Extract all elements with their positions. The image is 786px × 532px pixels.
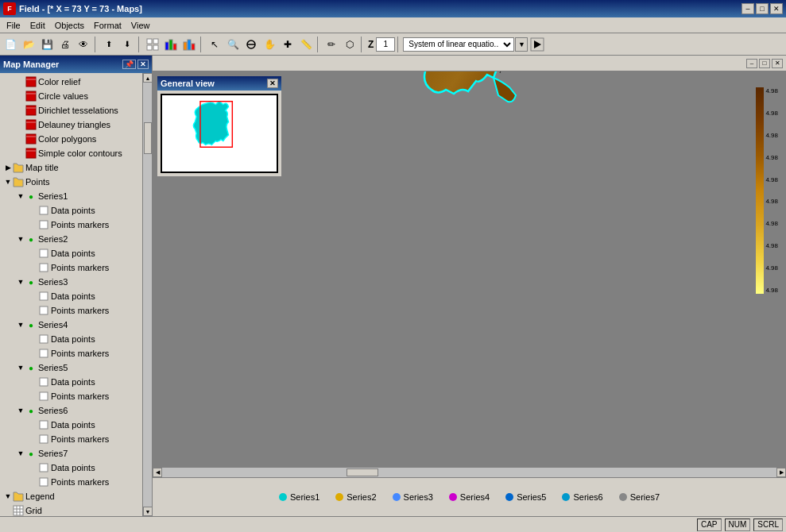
tree-item-4[interactable]: Color polygons <box>0 132 152 146</box>
expand-icon[interactable]: ▼ <box>16 449 25 458</box>
expand-icon[interactable]: ▼ <box>16 277 25 287</box>
item-label: Points markers <box>51 263 109 272</box>
tree-item-26[interactable]: ▼●Series7 <box>0 446 152 461</box>
sidebar-close-btn[interactable]: ✕ <box>137 60 149 69</box>
scroll-down-btn[interactable]: ▼ <box>143 507 153 516</box>
expand-icon[interactable]: ▼ <box>16 234 25 244</box>
tree-item-21[interactable]: Data points <box>0 375 152 389</box>
tree-item-10[interactable]: Points markers <box>0 218 152 232</box>
new-button[interactable]: 📄 <box>2 36 19 53</box>
scroll-right-btn[interactable]: ▶ <box>776 468 786 477</box>
tree-item-15[interactable]: Data points <box>0 289 152 303</box>
tree-item-18[interactable]: Data points <box>0 332 152 346</box>
import-button[interactable]: ⬆ <box>100 36 118 53</box>
chart1-button[interactable] <box>162 36 180 53</box>
expand-icon[interactable]: ▼ <box>16 406 25 415</box>
sidebar-pin-btn[interactable]: 📌 <box>122 60 136 69</box>
close-button[interactable]: ✕ <box>770 3 783 14</box>
node-button[interactable]: ⬡ <box>341 36 358 53</box>
expand-icon[interactable]: ▼ <box>16 320 25 330</box>
chart2-button[interactable] <box>180 36 198 53</box>
tree-item-14[interactable]: ▼●Series3 <box>0 275 152 289</box>
measure-button[interactable]: 📏 <box>297 36 315 53</box>
zoom-out-button[interactable] <box>242 36 260 53</box>
tree-item-23[interactable]: ▼●Series6 <box>0 403 152 418</box>
inner-restore[interactable]: □ <box>759 59 770 68</box>
tree-item-20[interactable]: ▼●Series5 <box>0 360 152 375</box>
export-button[interactable]: ⬇ <box>118 36 136 53</box>
tree-item-30[interactable]: Grid <box>0 503 152 516</box>
tree-item-17[interactable]: ▼●Series4 <box>0 318 152 332</box>
menu-view[interactable]: View <box>126 19 155 32</box>
item-type-icon <box>13 162 24 173</box>
inner-window-bar: – □ ✕ <box>153 56 786 71</box>
scroll-up-btn[interactable]: ▲ <box>143 73 153 83</box>
tree-item-22[interactable]: Points markers <box>0 389 152 403</box>
save-button[interactable]: 💾 <box>38 36 56 53</box>
expand-icon[interactable]: ▼ <box>3 492 13 501</box>
print-button[interactable]: 🖨 <box>56 36 74 53</box>
scroll-left-btn[interactable]: ◀ <box>153 468 162 477</box>
h-scroll-thumb[interactable] <box>347 468 378 476</box>
main-area: Map Manager 📌 ✕ Color reliefCircle value… <box>0 56 786 516</box>
v-scroll-thumb[interactable] <box>144 122 152 154</box>
legend-val-7: 4.98 <box>765 220 780 227</box>
tree-item-27[interactable]: Data points <box>0 461 152 475</box>
zoom-in-button[interactable]: 🔍 <box>224 36 242 53</box>
tree-item-11[interactable]: ▼●Series2 <box>0 232 152 246</box>
cross-button[interactable]: ✚ <box>279 36 296 53</box>
run-button[interactable] <box>529 36 546 53</box>
tree-item-16[interactable]: Points markers <box>0 303 152 318</box>
item-type-icon <box>38 219 49 230</box>
expand-icon[interactable]: ▼ <box>16 363 25 372</box>
legend-val-4: 4.98 <box>765 154 780 161</box>
menu-file[interactable]: File <box>2 19 25 32</box>
tree-item-5[interactable]: Simple color contours <box>0 146 152 160</box>
tree-item-25[interactable]: Points markers <box>0 432 152 446</box>
tree-item-13[interactable]: Points markers <box>0 260 152 275</box>
tree-item-3[interactable]: Delauney triangles <box>0 118 152 132</box>
tree-item-19[interactable]: Points markers <box>0 346 152 360</box>
item-type-icon <box>38 262 49 273</box>
inner-close[interactable]: ✕ <box>772 59 783 68</box>
svg-rect-39 <box>40 478 48 486</box>
tree-item-0[interactable]: Color relief <box>0 75 152 89</box>
expand-icon[interactable]: ▶ <box>3 163 13 172</box>
item-type-icon <box>38 305 49 316</box>
window-controls: – □ ✕ <box>741 3 783 14</box>
legend-val-10: 4.98 <box>765 287 780 294</box>
tree-item-9[interactable]: Data points <box>0 203 152 218</box>
expand-icon[interactable]: ▼ <box>3 177 13 187</box>
svg-rect-37 <box>40 435 48 443</box>
tree-item-2[interactable]: Dirichlet tesselations <box>0 103 152 118</box>
item-label: Points markers <box>51 434 109 444</box>
system-select[interactable]: System of linear equatio... <box>403 37 514 52</box>
tree-item-24[interactable]: Data points <box>0 418 152 432</box>
tree-item-28[interactable]: Points markers <box>0 475 152 489</box>
series4-dot <box>449 493 457 501</box>
grid-button[interactable] <box>144 36 161 53</box>
general-view-close[interactable]: ✕ <box>267 79 278 88</box>
maximize-button[interactable]: □ <box>756 3 769 14</box>
open-button[interactable]: 📂 <box>20 36 37 53</box>
svg-rect-40 <box>14 506 23 515</box>
pan-button[interactable]: ✋ <box>261 36 278 53</box>
preview-button[interactable]: 👁 <box>75 36 92 53</box>
expand-icon[interactable]: ▼ <box>16 191 25 201</box>
zoom-input[interactable]: 1 <box>376 37 395 52</box>
tree-item-29[interactable]: ▼Legend <box>0 489 152 503</box>
menu-objects[interactable]: Objects <box>50 19 89 32</box>
svg-rect-32 <box>40 335 48 343</box>
tree-item-8[interactable]: ▼●Series1 <box>0 189 152 203</box>
minimize-button[interactable]: – <box>741 3 754 14</box>
inner-minimize[interactable]: – <box>746 59 757 68</box>
tree-item-12[interactable]: Data points <box>0 246 152 260</box>
select-button[interactable]: ↖ <box>206 36 223 53</box>
pen-button[interactable]: ✏ <box>323 36 340 53</box>
tree-item-7[interactable]: ▼Points <box>0 175 152 189</box>
menu-edit[interactable]: Edit <box>25 19 50 32</box>
tree-item-1[interactable]: Circle values <box>0 89 152 103</box>
menu-format[interactable]: Format <box>89 19 126 32</box>
system-dropdown-btn[interactable]: ▼ <box>515 37 528 52</box>
tree-item-6[interactable]: ▶Map title <box>0 160 152 175</box>
